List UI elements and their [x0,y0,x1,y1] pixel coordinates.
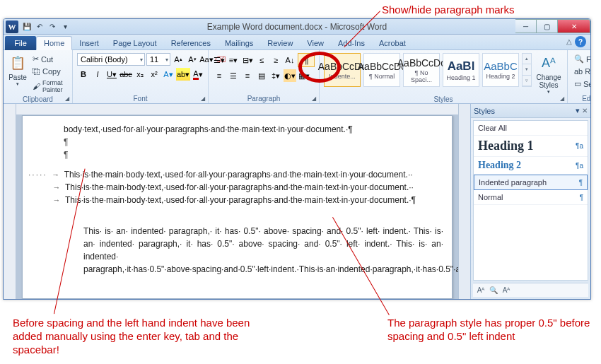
replace-button[interactable]: abReplace [572,66,591,77]
shading-icon[interactable]: ◐▾ [284,69,296,82]
style-tile-nospacing[interactable]: AaBbCcDc¶ No Spaci... [403,53,440,87]
text-effects-icon[interactable]: A▾ [162,68,175,81]
vertical-scrollbar[interactable] [458,104,470,299]
vertical-ruler[interactable] [4,104,16,299]
help-icon[interactable]: ? [575,36,586,47]
subscript-button[interactable]: x₂ [134,68,146,81]
styles-pane-header[interactable]: Styles ▾ ✕ [471,104,590,118]
pilcrow-icon: ¶a [576,162,583,170]
superscript-button[interactable]: x² [148,68,161,81]
find-button[interactable]: 🔍Find▾ [572,53,591,65]
new-style-icon[interactable]: Aᴬ [476,286,486,295]
increase-indent-icon[interactable]: ≥ [269,54,282,66]
align-left-icon[interactable]: ≡ [213,69,226,82]
highlight-icon[interactable]: ab▾ [176,68,190,81]
styles-item-indented[interactable]: Indented paragraph¶ [474,175,588,190]
cut-button[interactable]: ✂Cut [30,53,68,65]
tab-references[interactable]: References [164,37,218,49]
tab-review[interactable]: Review [260,37,300,49]
font-dialog-icon[interactable]: ◢ [199,95,206,102]
style-tile-heading1[interactable]: AaBlHeading 1 [443,53,479,87]
shrink-font-icon[interactable]: A▾ [186,53,199,66]
titlebar: W 💾 ↶ ↷ ▾ Example Word document.docx - M… [4,19,590,35]
window-controls: ─ ▢ ✕ [515,19,590,33]
minimize-button[interactable]: ─ [515,19,537,33]
styles-pane-menu[interactable]: ▾ ✕ [576,106,588,115]
borders-icon[interactable]: ▦▾ [298,69,310,82]
document-area: body·text,·used·for·all·your·paragraphs·… [4,104,590,299]
select-button[interactable]: ▭Select▾ [572,78,591,90]
tab-insert[interactable]: Insert [72,37,106,49]
group-styles-label: Styles [324,95,563,103]
horizontal-ruler[interactable] [16,104,458,115]
bold-button[interactable]: B [77,68,90,81]
empty-para-1 [64,136,449,148]
style-inspector-icon[interactable]: 🔍 [489,286,498,295]
styles-item-heading2[interactable]: Heading 2¶a [474,157,588,175]
font-color-icon[interactable]: A▾ [192,68,204,81]
brush-icon: 🖌 [33,82,40,90]
paste-button[interactable]: 📋 Paste▾ [8,53,28,87]
document-page[interactable]: body·text,·used·for·all·your·paragraphs·… [22,115,453,299]
qat-more-icon[interactable]: ▾ [59,21,71,33]
bullets-icon[interactable]: ☰▾ [213,54,226,66]
underline-button[interactable]: U▾ [105,68,118,81]
styles-gallery-scroll[interactable]: ▴▾▿ [522,53,532,87]
qat-undo-icon[interactable]: ↶ [34,21,45,33]
ribbon-collapse-icon[interactable]: △ [566,37,572,45]
styles-dialog-icon[interactable]: ◢ [559,95,566,102]
clipboard-dialog-icon[interactable]: ◢ [64,95,71,102]
qat-save-icon[interactable]: 💾 [21,21,33,33]
tab-arrow-icon: → [47,169,64,181]
empty-para-2 [64,148,449,161]
style-tile-indented[interactable]: AaBbCcDcIndente... [324,53,361,87]
maximize-button[interactable]: ▢ [537,19,558,33]
pilcrow-icon: ¶a [576,142,583,150]
space-dots-icon: ····· [28,170,47,180]
font-size-combo[interactable]: 11 [146,53,170,66]
pilcrow-icon: ¶ [580,194,583,201]
sort-icon[interactable]: A↓ [284,54,296,66]
paragraph-dialog-icon[interactable]: ◢ [310,95,317,102]
tab-view[interactable]: View [300,37,331,49]
manage-styles-icon[interactable]: Aᴬ [501,286,511,295]
justify-icon[interactable]: ▤ [255,69,268,82]
close-button[interactable]: ✕ [558,19,590,33]
manual-line-1: ·····→This·is·the·main·body·text,·used·f… [28,168,449,181]
numbering-icon[interactable]: ≡▾ [227,54,240,66]
group-clipboard-label: Clipboard [8,95,68,103]
styles-item-normal[interactable]: Normal¶ [474,190,588,205]
qat-redo-icon[interactable]: ↷ [47,21,58,33]
styles-item-heading1[interactable]: Heading 1¶a [474,136,588,157]
font-name-combo[interactable]: Calibri (Body) [77,53,145,66]
page-viewport[interactable]: body·text,·used·for·all·your·paragraphs·… [16,115,458,299]
align-right-icon[interactable]: ≡ [241,69,254,82]
styles-clear-all[interactable]: Clear All [474,121,588,136]
styles-pane-close-icon[interactable]: ✕ [582,107,588,115]
copy-button[interactable]: ⿻Copy [30,66,68,77]
manual-line-2: →This·is·the·main·body·text,·used·for·al… [28,181,449,194]
multilevel-icon[interactable]: ⊟▾ [241,54,254,66]
italic-button[interactable]: I [91,68,104,81]
annotation-bottom-left: Before spacing and the left hand indent … [13,317,253,356]
ribbon: 📋 Paste▾ ✂Cut ⿻Copy 🖌Format Painter Clip… [4,50,590,104]
pilcrow-icon: ¶ [579,179,583,187]
show-hide-marks-button[interactable]: ¶ [298,53,315,67]
style-tile-normal[interactable]: AaBbCcDc¶ Normal [363,53,400,87]
tab-page-layout[interactable]: Page Layout [106,37,164,49]
tab-acrobat[interactable]: Acrobat [372,37,413,49]
body-line-1: body·text,·used·for·all·your·paragraphs·… [64,123,449,136]
format-painter-button[interactable]: 🖌Format Painter [30,78,68,95]
style-tile-heading2[interactable]: AaBbCHeading 2 [482,53,519,87]
strike-button[interactable]: abc [119,68,132,81]
line-spacing-icon[interactable]: ‡▾ [269,69,282,82]
tab-file[interactable]: File [5,36,36,50]
grow-font-icon[interactable]: A▴ [172,53,185,66]
decrease-indent-icon[interactable]: ≤ [255,54,268,66]
group-font: Calibri (Body) 11 A▴ A▾ Aa▾ ⌫ B I U▾ abc… [73,50,209,103]
tab-mailings[interactable]: Mailings [218,37,260,49]
align-center-icon[interactable]: ☰ [227,69,240,82]
paste-icon: 📋 [8,54,28,73]
change-styles-button[interactable]: AᴬChange Styles▾ [535,53,563,95]
tab-home[interactable]: Home [36,36,72,50]
